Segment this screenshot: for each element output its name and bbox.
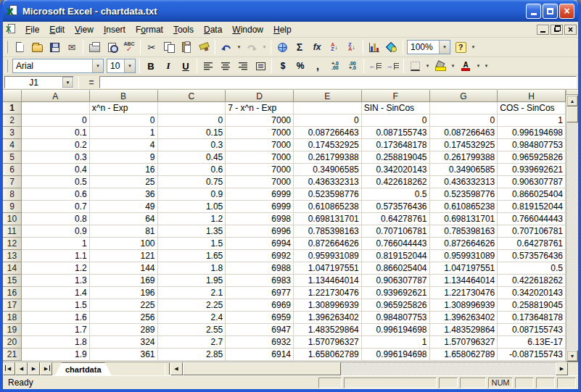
cell-G17[interactable]: 1.308996939	[430, 299, 498, 312]
increase-decimal-button[interactable]: +.0 .00	[326, 58, 344, 74]
cell-H1[interactable]: COS - SinCos	[498, 102, 566, 114]
cell-C19[interactable]: 2.55	[158, 324, 226, 336]
cell-D13[interactable]: 6992	[226, 250, 294, 262]
cell-C17[interactable]: 2.25	[158, 299, 226, 312]
cell-F16[interactable]: 0.939692621	[362, 287, 430, 299]
row-header-18[interactable]: 18	[3, 312, 22, 324]
cell-C14[interactable]: 1.8	[158, 262, 226, 275]
cell-G9[interactable]: 0.610865238	[430, 201, 498, 213]
cell-F12[interactable]: 0.766044443	[362, 238, 430, 250]
sort-descending-button[interactable]: ZA ↓	[343, 39, 360, 55]
cell-B3[interactable]: 1	[90, 127, 158, 139]
scroll-down-button[interactable]: ▼	[566, 350, 578, 362]
formula-input[interactable]	[99, 76, 577, 88]
cell-G8[interactable]: 0.523598776	[430, 188, 498, 201]
sheet-tab-chartdata[interactable]: chartdata	[55, 362, 112, 375]
column-header-A[interactable]: A	[22, 90, 90, 102]
cell-B14[interactable]: 144	[90, 262, 158, 275]
toolbar-options-button[interactable]: ▼	[482, 58, 490, 74]
menu-window[interactable]: Window	[227, 22, 268, 37]
cell-A14[interactable]: 1.2	[22, 262, 90, 275]
menu-file[interactable]: File	[20, 22, 44, 37]
cell-E17[interactable]: 1.308996939	[294, 299, 362, 312]
row-header-16[interactable]: 16	[3, 287, 22, 299]
menu-view[interactable]: View	[70, 22, 99, 37]
cell-D19[interactable]: 6947	[226, 324, 294, 336]
menu-tools[interactable]: Tools	[168, 22, 199, 37]
row-header-17[interactable]: 17	[3, 299, 22, 312]
cell-F8[interactable]: 0.5	[362, 188, 430, 201]
cell-A6[interactable]: 0.4	[22, 164, 90, 176]
menu-help[interactable]: Help	[268, 22, 297, 37]
cell-C1[interactable]	[158, 102, 226, 114]
cell-F1[interactable]: SIN - SinCos	[362, 102, 430, 114]
column-header-E[interactable]: E	[294, 90, 362, 102]
cell-D18[interactable]: 6959	[226, 312, 294, 324]
cell-D7[interactable]: 7000	[226, 176, 294, 188]
cell-B1[interactable]: x^n - Exp	[90, 102, 158, 114]
first-sheet-button[interactable]: ◀	[3, 362, 15, 375]
cell-B20[interactable]: 324	[90, 336, 158, 349]
cell-A13[interactable]: 1.1	[22, 250, 90, 262]
cell-F6[interactable]: 0.342020143	[362, 164, 430, 176]
cell-B17[interactable]: 225	[90, 299, 158, 312]
column-header-C[interactable]: C	[158, 90, 226, 102]
cell-E10[interactable]: 0.698131701	[294, 213, 362, 225]
cell-B15[interactable]: 169	[90, 275, 158, 287]
menu-insert[interactable]: Insert	[99, 22, 131, 37]
row-header-2[interactable]: 2	[3, 114, 22, 127]
cell-C20[interactable]: 2.7	[158, 336, 226, 349]
copy-button[interactable]	[160, 39, 178, 55]
cell-A5[interactable]: 0.3	[22, 151, 90, 164]
cell-E16[interactable]: 1.221730476	[294, 287, 362, 299]
cell-H9[interactable]: 0.819152044	[498, 201, 566, 213]
align-left-button[interactable]	[199, 58, 217, 74]
cell-C2[interactable]: 0	[158, 114, 226, 127]
row-header-6[interactable]: 6	[3, 164, 22, 176]
row-header-7[interactable]: 7	[3, 176, 22, 188]
undo-button[interactable]	[218, 39, 235, 55]
cell-D3[interactable]: 7000	[226, 127, 294, 139]
cell-A17[interactable]: 1.5	[22, 299, 90, 312]
cell-C21[interactable]: 2.85	[158, 349, 226, 361]
italic-button[interactable]: I	[160, 58, 177, 74]
cell-D16[interactable]: 6977	[226, 287, 294, 299]
cell-G2[interactable]: 0	[430, 114, 498, 127]
close-button[interactable]: ×	[559, 4, 574, 19]
cell-E9[interactable]: 0.610865238	[294, 201, 362, 213]
name-box-dropdown[interactable]: ▼	[62, 77, 73, 88]
cell-D2[interactable]: 7000	[226, 114, 294, 127]
cell-G20[interactable]: 1.570796327	[430, 336, 498, 349]
previous-sheet-button[interactable]: ◀	[15, 362, 28, 375]
cell-B16[interactable]: 196	[90, 287, 158, 299]
cell-E13[interactable]: 0.959931089	[294, 250, 362, 262]
cell-F14[interactable]: 0.866025404	[362, 262, 430, 275]
cell-H13[interactable]: 0.573576436	[498, 250, 566, 262]
cell-D17[interactable]: 6969	[226, 299, 294, 312]
minimize-button[interactable]	[526, 4, 541, 19]
row-header-14[interactable]: 14	[3, 262, 22, 275]
decrease-decimal-button[interactable]: .00 +.0	[344, 58, 361, 74]
maximize-button[interactable]	[543, 4, 558, 19]
cell-B9[interactable]: 49	[90, 201, 158, 213]
cell-F17[interactable]: 0.965925826	[362, 299, 430, 312]
paste-button[interactable]	[178, 39, 195, 55]
vertical-scroll-thumb[interactable]	[566, 107, 578, 122]
cell-E1[interactable]	[294, 102, 362, 114]
cell-E3[interactable]: 0.087266463	[294, 127, 362, 139]
cell-E12[interactable]: 0.872664626	[294, 238, 362, 250]
toolbar-grip[interactable]	[6, 59, 8, 72]
cell-A19[interactable]: 1.7	[22, 324, 90, 336]
row-header-12[interactable]: 12	[3, 238, 22, 250]
cell-F4[interactable]: 0.173648178	[362, 139, 430, 151]
cell-H19[interactable]: 0.087155743	[498, 324, 566, 336]
horizontal-scroll-track[interactable]	[341, 362, 556, 375]
cell-A4[interactable]: 0.2	[22, 139, 90, 151]
cell-C6[interactable]: 0.6	[158, 164, 226, 176]
cell-F19[interactable]: 0.996194698	[362, 324, 430, 336]
row-header-5[interactable]: 5	[3, 151, 22, 164]
cell-H8[interactable]: 0.866025404	[498, 188, 566, 201]
cell-A18[interactable]: 1.6	[22, 312, 90, 324]
menu-format[interactable]: Format	[131, 22, 168, 37]
cell-A7[interactable]: 0.5	[22, 176, 90, 188]
